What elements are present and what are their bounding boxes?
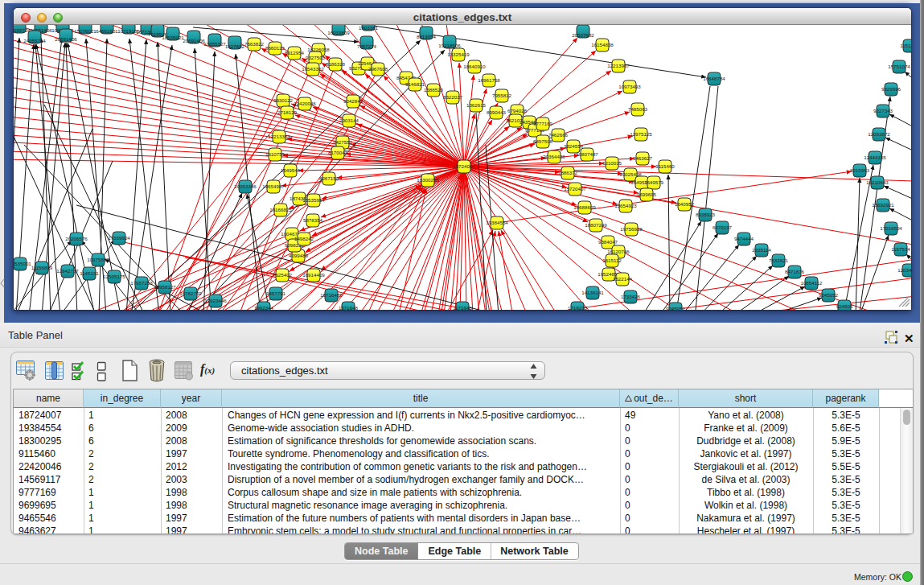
svg-text:7955812: 7955812 <box>492 93 512 98</box>
svg-text:1167534: 1167534 <box>891 246 910 252</box>
svg-text:1640952: 1640952 <box>675 201 695 207</box>
svg-text:8322037: 8322037 <box>443 94 463 100</box>
svg-text:10854112: 10854112 <box>800 280 823 286</box>
svg-text:7886372: 7886372 <box>558 170 578 175</box>
svg-text:18535021: 18535021 <box>162 35 184 40</box>
svg-text:9327503: 9327503 <box>306 55 326 60</box>
svg-text:13325419: 13325419 <box>447 51 470 57</box>
svg-text:19166825: 19166825 <box>269 207 292 212</box>
svg-text:2522144: 2522144 <box>613 276 633 282</box>
svg-text:2903144: 2903144 <box>339 117 359 123</box>
svg-text:15716485: 15716485 <box>320 292 343 298</box>
svg-text:16648784: 16648784 <box>703 76 725 81</box>
svg-text:15692921: 15692921 <box>872 202 894 208</box>
svg-text:9384047: 9384047 <box>598 239 618 245</box>
svg-text:12444155: 12444155 <box>864 154 886 160</box>
svg-text:1571648: 1571648 <box>339 305 359 311</box>
svg-text:22420046: 22420046 <box>294 101 316 106</box>
svg-text:16961758: 16961758 <box>478 77 500 83</box>
svg-text:12034054: 12034054 <box>897 267 911 273</box>
svg-text:20691406: 20691406 <box>55 36 77 42</box>
svg-text:18724007: 18724007 <box>453 163 475 169</box>
svg-text:20537682: 20537682 <box>572 32 594 38</box>
svg-text:9777169: 9777169 <box>533 121 553 126</box>
svg-text:11156819: 11156819 <box>31 265 53 270</box>
svg-text:15751074: 15751074 <box>888 64 910 69</box>
svg-text:9474444: 9474444 <box>734 236 754 241</box>
svg-text:18300295: 18300295 <box>417 177 439 183</box>
svg-text:1549544: 1549544 <box>281 167 301 173</box>
svg-text:12942737: 12942737 <box>56 268 79 274</box>
svg-text:64661601: 64661601 <box>96 28 118 34</box>
svg-text:20364436: 20364436 <box>543 154 565 159</box>
svg-text:19218506: 19218506 <box>438 43 461 48</box>
svg-text:1610755: 1610755 <box>265 151 285 157</box>
svg-text:2967608: 2967608 <box>368 66 388 72</box>
svg-text:1151243: 1151243 <box>900 43 911 48</box>
svg-text:1588520: 1588520 <box>424 87 444 93</box>
svg-text:9930122: 9930122 <box>273 97 294 103</box>
svg-text:10655327: 10655327 <box>203 41 226 47</box>
svg-text:20691406: 20691406 <box>183 38 205 43</box>
svg-text:9242845: 9242845 <box>343 98 363 104</box>
svg-text:1992344: 1992344 <box>254 305 274 311</box>
svg-text:1603381: 1603381 <box>359 25 379 31</box>
svg-text:9699695: 9699695 <box>637 192 657 197</box>
svg-text:924505: 924505 <box>836 303 853 309</box>
svg-text:12093872: 12093872 <box>868 131 890 137</box>
svg-text:8215953: 8215953 <box>850 167 870 173</box>
svg-text:16033809: 16033809 <box>327 30 350 35</box>
svg-text:6479197: 6479197 <box>713 225 733 230</box>
svg-text:19756928: 19756928 <box>620 226 643 232</box>
svg-text:5878354: 5878354 <box>303 217 323 223</box>
svg-text:4099489: 4099489 <box>289 253 309 258</box>
svg-text:16154838: 16154838 <box>591 42 614 47</box>
svg-text:1527602: 1527602 <box>225 43 245 49</box>
svg-text:8938923: 8938923 <box>696 212 716 217</box>
svg-text:1498242: 1498242 <box>294 236 314 241</box>
svg-text:17339924: 17339924 <box>108 235 130 241</box>
svg-text:9329996: 9329996 <box>881 86 901 92</box>
svg-text:1362615: 1362615 <box>466 102 487 108</box>
svg-text:9427552: 9427552 <box>333 139 353 145</box>
svg-text:8912954: 8912954 <box>285 50 305 56</box>
svg-text:10807487: 10807487 <box>576 151 598 157</box>
svg-text:12505175: 12505175 <box>103 274 125 279</box>
svg-text:8267150: 8267150 <box>319 175 339 181</box>
svg-text:9463627: 9463627 <box>633 155 653 161</box>
svg-text:12923446: 12923446 <box>204 298 227 303</box>
svg-text:8170041: 8170041 <box>328 150 348 155</box>
svg-text:16543362: 16543362 <box>302 66 324 72</box>
svg-text:20206576: 20206576 <box>65 236 88 241</box>
svg-text:7485063: 7485063 <box>628 106 648 112</box>
svg-text:20053346: 20053346 <box>234 183 257 189</box>
svg-text:24055724: 24055724 <box>14 27 31 33</box>
svg-text:16914409: 16914409 <box>302 272 325 278</box>
svg-text:1719233: 1719233 <box>568 305 588 311</box>
svg-text:15276021: 15276021 <box>74 28 97 34</box>
svg-text:18226058: 18226058 <box>307 47 330 52</box>
svg-text:18535001: 18535001 <box>14 261 31 266</box>
svg-text:8186328: 8186328 <box>326 61 346 67</box>
svg-text:9457791: 9457791 <box>266 290 286 296</box>
svg-text:10973493: 10973493 <box>618 84 641 89</box>
svg-text:13535954: 13535954 <box>302 197 325 203</box>
svg-text:18640910: 18640910 <box>463 64 486 69</box>
svg-text:9146821: 9146821 <box>405 81 425 87</box>
svg-text:12213363: 12213363 <box>268 134 290 139</box>
svg-text:7625402: 7625402 <box>273 272 293 278</box>
svg-text:10025438: 10025438 <box>619 171 642 177</box>
svg-text:6497508: 6497508 <box>533 138 553 144</box>
svg-text:10688609: 10688609 <box>573 204 596 210</box>
svg-text:17016504: 17016504 <box>880 225 902 231</box>
svg-text:9245052: 9245052 <box>666 306 686 311</box>
svg-text:14136141: 14136141 <box>581 290 604 295</box>
svg-text:7462666: 7462666 <box>548 132 569 138</box>
svg-text:13654923: 13654923 <box>614 203 637 208</box>
svg-text:7663822: 7663822 <box>244 41 265 47</box>
svg-text:24055724: 24055724 <box>23 38 46 43</box>
svg-text:3824554: 3824554 <box>564 143 584 149</box>
svg-text:16210643: 16210643 <box>866 179 889 185</box>
svg-text:19384554: 19384554 <box>486 220 508 225</box>
svg-text:12975125: 12975125 <box>630 131 652 137</box>
